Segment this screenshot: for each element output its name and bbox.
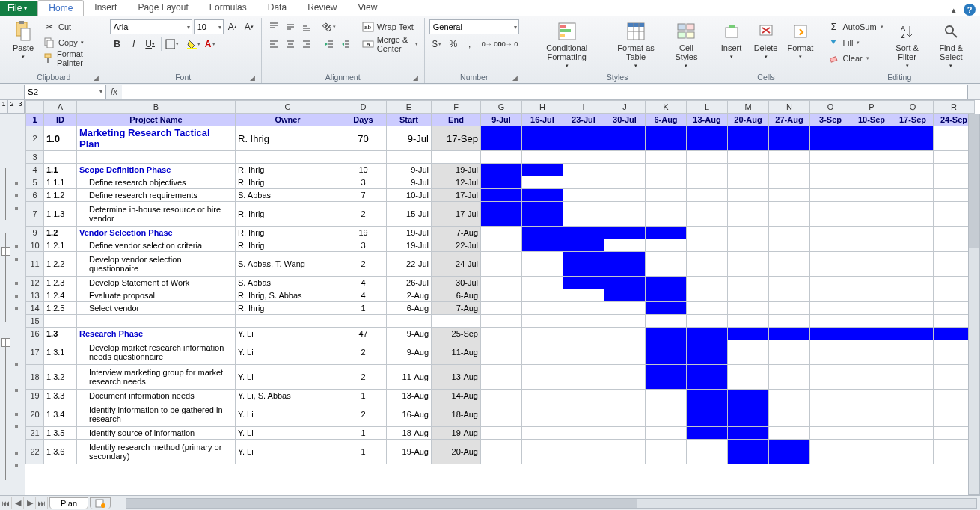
dialog-launcher-icon[interactable]: ◢ bbox=[250, 74, 255, 82]
horizontal-scrollbar[interactable] bbox=[126, 498, 977, 509]
italic-button[interactable]: I bbox=[126, 37, 141, 52]
col-header[interactable]: F bbox=[432, 101, 481, 114]
col-header[interactable]: A bbox=[44, 101, 77, 114]
col-header[interactable]: E bbox=[387, 101, 432, 114]
cell-styles-button[interactable]: Cell Styles▾ bbox=[667, 19, 705, 70]
col-header[interactable]: L bbox=[687, 101, 728, 114]
merge-center-button[interactable]: aMerge & Center bbox=[361, 37, 420, 52]
delete-cells-button[interactable]: Delete▾ bbox=[750, 19, 782, 61]
bold-button[interactable]: B bbox=[110, 37, 125, 52]
row-header[interactable]: 19 bbox=[26, 390, 44, 402]
col-header[interactable]: Q bbox=[892, 101, 934, 114]
outline-collapse-button[interactable]: − bbox=[1, 247, 10, 256]
row-header[interactable]: 22 bbox=[26, 440, 44, 464]
align-middle-button[interactable] bbox=[283, 19, 298, 34]
find-select-button[interactable]: Find & Select▾ bbox=[930, 19, 973, 70]
formula-input[interactable] bbox=[122, 85, 968, 99]
outline-level-3[interactable]: 3 bbox=[16, 100, 25, 113]
dialog-launcher-icon[interactable]: ◢ bbox=[512, 74, 518, 82]
col-header[interactable]: G bbox=[481, 101, 522, 114]
decrease-decimal-button[interactable]: .00→.0 bbox=[500, 37, 515, 52]
tab-data[interactable]: Data bbox=[257, 0, 297, 16]
tab-home[interactable]: Home bbox=[37, 0, 84, 16]
sort-filter-button[interactable]: AZSort & Filter▾ bbox=[888, 19, 927, 70]
decrease-font-button[interactable]: A▾ bbox=[242, 19, 257, 34]
col-header[interactable]: I bbox=[563, 101, 604, 114]
row-header[interactable]: 16 bbox=[26, 328, 44, 340]
row-header[interactable]: 18 bbox=[26, 365, 44, 390]
col-header[interactable]: N bbox=[769, 101, 810, 114]
align-left-button[interactable] bbox=[266, 37, 281, 52]
new-sheet-button[interactable] bbox=[90, 497, 111, 509]
row-header[interactable]: 9 bbox=[26, 227, 44, 239]
font-name-combo[interactable]: Arial bbox=[110, 19, 192, 34]
sheet-nav-first[interactable]: ⏮ bbox=[0, 497, 12, 509]
sheet-nav-next[interactable]: ▶ bbox=[24, 497, 36, 509]
autosum-button[interactable]: ΣAutoSum bbox=[826, 19, 884, 34]
increase-indent-button[interactable] bbox=[338, 37, 353, 52]
row-header[interactable]: 1 bbox=[26, 114, 44, 126]
row-header[interactable]: 17 bbox=[26, 340, 44, 365]
row-header[interactable]: 11 bbox=[26, 252, 44, 277]
row-header[interactable]: 5 bbox=[26, 176, 44, 189]
col-header[interactable]: D bbox=[340, 101, 387, 114]
outline-level-2[interactable]: 2 bbox=[8, 100, 16, 113]
outline-collapse-button[interactable]: − bbox=[1, 338, 10, 347]
tab-insert[interactable]: Insert bbox=[84, 0, 127, 16]
row-header[interactable]: 2 bbox=[26, 126, 44, 151]
format-cells-button[interactable]: Format▾ bbox=[785, 19, 817, 61]
sheet-nav-last[interactable]: ⏭ bbox=[36, 497, 48, 509]
wrap-text-button[interactable]: abWrap Text bbox=[361, 19, 420, 34]
cut-button[interactable]: ✂Cut bbox=[42, 19, 100, 34]
tab-page-layout[interactable]: Page Layout bbox=[127, 0, 198, 16]
decrease-indent-button[interactable] bbox=[322, 37, 337, 52]
align-right-button[interactable] bbox=[299, 37, 314, 52]
border-button[interactable] bbox=[165, 37, 180, 52]
tab-formulas[interactable]: Formulas bbox=[199, 0, 257, 16]
name-box[interactable]: S2▾ bbox=[24, 85, 106, 99]
sheet-tab[interactable]: Plan bbox=[49, 497, 88, 509]
tab-review[interactable]: Review bbox=[297, 0, 347, 16]
align-top-button[interactable] bbox=[266, 19, 281, 34]
outline-level-1[interactable]: 1 bbox=[0, 100, 8, 113]
file-tab[interactable]: File▾ bbox=[0, 1, 37, 16]
fx-icon[interactable]: fx bbox=[111, 87, 117, 97]
paste-button[interactable]: Paste▾ bbox=[7, 19, 39, 61]
col-header[interactable]: C bbox=[236, 101, 340, 114]
font-color-button[interactable]: A bbox=[203, 37, 218, 52]
grid[interactable]: ABCDEFGHIJKLMNOPQR1IDProject NameOwnerDa… bbox=[25, 100, 980, 495]
row-header[interactable]: 21 bbox=[26, 427, 44, 440]
vertical-scrollbar[interactable] bbox=[968, 114, 980, 495]
col-header[interactable]: R bbox=[934, 101, 975, 114]
fill-color-button[interactable] bbox=[186, 37, 201, 52]
copy-button[interactable]: Copy▾ bbox=[42, 35, 100, 50]
number-format-combo[interactable]: General bbox=[429, 19, 519, 34]
col-header[interactable] bbox=[26, 101, 44, 114]
dialog-launcher-icon[interactable]: ◢ bbox=[94, 74, 99, 82]
increase-font-button[interactable]: A▴ bbox=[225, 19, 240, 34]
col-header[interactable]: K bbox=[646, 101, 687, 114]
help-icon[interactable]: ? bbox=[964, 4, 976, 16]
row-header[interactable]: 6 bbox=[26, 189, 44, 202]
align-center-button[interactable] bbox=[283, 37, 298, 52]
row-header[interactable]: 13 bbox=[26, 289, 44, 302]
col-header[interactable]: P bbox=[851, 101, 892, 114]
underline-button[interactable]: U▾ bbox=[143, 37, 158, 52]
outline-column[interactable]: 123 −− bbox=[0, 100, 25, 495]
format-as-table-button[interactable]: Format as Table▾ bbox=[608, 19, 664, 70]
format-painter-button[interactable]: Format Painter bbox=[42, 51, 100, 66]
align-bottom-button[interactable] bbox=[299, 19, 314, 34]
minimize-ribbon-icon[interactable]: ▴ bbox=[949, 4, 959, 15]
row-header[interactable]: 10 bbox=[26, 239, 44, 252]
col-header[interactable]: H bbox=[522, 101, 563, 114]
comma-button[interactable]: , bbox=[462, 37, 477, 52]
insert-cells-button[interactable]: Insert▾ bbox=[716, 19, 747, 61]
fill-button[interactable]: Fill bbox=[826, 35, 884, 50]
clear-button[interactable]: Clear bbox=[826, 51, 884, 66]
percent-button[interactable]: % bbox=[446, 37, 461, 52]
accounting-format-button[interactable]: $ bbox=[429, 37, 444, 52]
row-header[interactable]: 14 bbox=[26, 302, 44, 315]
col-header[interactable]: M bbox=[728, 101, 769, 114]
orientation-button[interactable]: ab bbox=[322, 19, 337, 34]
col-header[interactable]: J bbox=[604, 101, 646, 114]
